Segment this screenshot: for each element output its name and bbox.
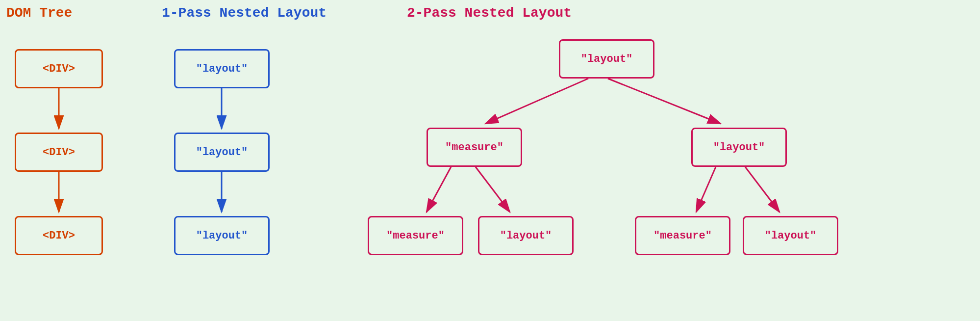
2pass-node-measure-ll: "measure" (368, 216, 463, 255)
2pass-node-layout-lr: "layout" (478, 216, 574, 255)
1pass-node-2: "layout" (174, 133, 270, 172)
svg-line-11 (696, 167, 716, 212)
svg-line-7 (485, 79, 588, 124)
2pass-title: 2-Pass Nested Layout (407, 5, 572, 21)
1pass-title: 1-Pass Nested Layout (162, 5, 327, 21)
svg-line-9 (427, 167, 451, 212)
2pass-node-measure-l: "measure" (427, 128, 522, 167)
2pass-node-layout-rr: "layout" (743, 216, 838, 255)
svg-line-8 (608, 79, 721, 124)
1pass-node-1: "layout" (174, 49, 270, 88)
dom-node-3: <DIV> (15, 216, 103, 255)
1pass-node-3: "layout" (174, 216, 270, 255)
2pass-node-root: "layout" (559, 39, 654, 79)
svg-line-12 (745, 167, 779, 212)
2pass-node-layout-r: "layout" (691, 128, 787, 167)
2pass-node-measure-rl: "measure" (635, 216, 730, 255)
svg-line-10 (476, 167, 510, 212)
dom-node-2: <DIV> (15, 133, 103, 172)
dom-tree-title: DOM Tree (6, 5, 72, 21)
dom-node-1: <DIV> (15, 49, 103, 88)
